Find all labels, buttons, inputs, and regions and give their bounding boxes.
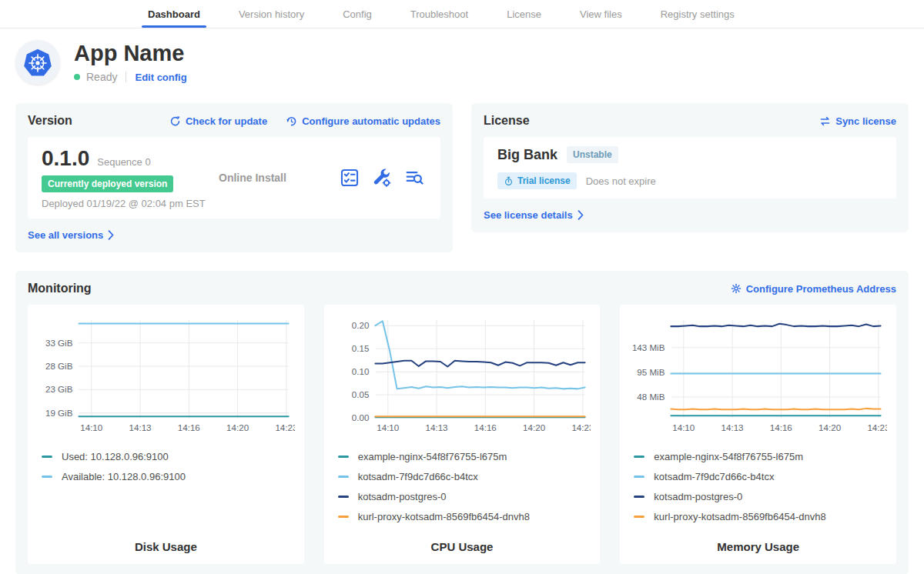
license-panel: Big Bank Unstable Trial license Does not… bbox=[484, 137, 896, 199]
legend-label: kotsadm-7f9dc7d66c-b4tcx bbox=[358, 471, 478, 482]
top-nav: Dashboard Version history Config Trouble… bbox=[0, 0, 924, 28]
check-for-update-label: Check for update bbox=[186, 115, 267, 127]
tab-view-files[interactable]: View files bbox=[580, 0, 622, 28]
configure-prometheus-link[interactable]: Configure Prometheus Address bbox=[731, 283, 896, 295]
svg-text:28 GiB: 28 GiB bbox=[45, 362, 73, 371]
sync-icon bbox=[819, 115, 831, 127]
svg-text:14:20: 14:20 bbox=[819, 423, 841, 432]
trial-license-label: Trial license bbox=[517, 175, 571, 186]
see-license-details-link[interactable]: See license details bbox=[484, 209, 584, 221]
schedule-update-icon bbox=[286, 115, 297, 127]
kubernetes-logo-icon bbox=[19, 44, 56, 81]
license-card: License Sync license Big Bank Unstable T… bbox=[471, 103, 909, 232]
svg-text:0.15: 0.15 bbox=[351, 344, 369, 353]
chevron-right-icon bbox=[108, 230, 114, 240]
deploy-logs-icon[interactable] bbox=[405, 169, 424, 187]
svg-text:0.10: 0.10 bbox=[351, 367, 369, 376]
chart-card-disk-usage: 14:1014:1314:1614:2014:2319 GiB23 GiB28 … bbox=[28, 305, 304, 564]
svg-text:23 GiB: 23 GiB bbox=[45, 385, 73, 394]
app-icon bbox=[15, 40, 60, 85]
svg-text:0.00: 0.00 bbox=[351, 413, 369, 422]
see-all-versions-label: See all versions bbox=[28, 229, 103, 241]
expiry-text: Does not expire bbox=[586, 175, 656, 187]
tab-config[interactable]: Config bbox=[343, 0, 372, 28]
chart-legend: Used: 10.128.0.96:9100Available: 10.128.… bbox=[42, 442, 295, 491]
deployed-timestamp: Deployed 01/19/22 @ 02:04 pm EST bbox=[42, 198, 219, 209]
configure-automatic-updates-link[interactable]: Configure automatic updates bbox=[286, 115, 440, 127]
status-dot bbox=[74, 74, 80, 80]
legend-item: kurl-proxy-kotsadm-8569fb6454-dnvh8 bbox=[634, 511, 887, 522]
version-card-title: Version bbox=[28, 114, 72, 128]
monitoring-card: Monitoring Configure Prometheus Address … bbox=[15, 271, 909, 574]
chart-legend: example-nginx-54f8f76755-l675mkotsadm-7f… bbox=[338, 442, 591, 531]
svg-text:14:13: 14:13 bbox=[425, 423, 447, 432]
legend-swatch bbox=[42, 476, 52, 478]
legend-item: Available: 10.128.0.96:9100 bbox=[42, 471, 295, 482]
app-status: Ready bbox=[86, 71, 117, 83]
preflight-checks-icon[interactable] bbox=[340, 169, 359, 187]
chart-title: Disk Usage bbox=[37, 531, 295, 553]
tab-dashboard[interactable]: Dashboard bbox=[148, 0, 200, 28]
config-wrench-icon[interactable] bbox=[373, 169, 391, 187]
disk-usage-chart: 14:1014:1314:1614:2014:2319 GiB23 GiB28 … bbox=[37, 314, 295, 436]
svg-text:14:13: 14:13 bbox=[721, 423, 744, 432]
legend-item: example-nginx-54f8f76755-l675m bbox=[338, 451, 591, 462]
tab-troubleshoot[interactable]: Troubleshoot bbox=[410, 0, 468, 28]
legend-swatch bbox=[338, 456, 349, 458]
cpu-usage-chart: 14:1014:1314:1614:2014:230.000.050.100.1… bbox=[333, 314, 591, 436]
tab-license[interactable]: License bbox=[507, 0, 541, 28]
chart-title: Memory Usage bbox=[629, 531, 887, 553]
svg-text:19 GiB: 19 GiB bbox=[45, 409, 73, 418]
svg-text:14:13: 14:13 bbox=[129, 423, 152, 432]
legend-swatch bbox=[634, 456, 644, 458]
legend-swatch bbox=[634, 496, 644, 498]
legend-swatch bbox=[338, 496, 349, 498]
page-title: App Name bbox=[74, 42, 187, 66]
stopwatch-icon bbox=[504, 176, 514, 186]
legend-label: kotsadm-postgres-0 bbox=[654, 491, 742, 502]
deployed-badge: Currently deployed version bbox=[42, 175, 173, 192]
svg-text:14:10: 14:10 bbox=[673, 423, 695, 432]
legend-item: Used: 10.128.0.96:9100 bbox=[42, 451, 295, 462]
memory-usage-chart: 14:1014:1314:1614:2014:2348 MiB95 MiB143… bbox=[629, 314, 887, 436]
sync-license-link[interactable]: Sync license bbox=[819, 115, 896, 127]
svg-text:0.05: 0.05 bbox=[351, 390, 369, 399]
legend-label: kotsadm-7f9dc7d66c-b4tcx bbox=[654, 471, 774, 482]
svg-text:0.20: 0.20 bbox=[351, 321, 369, 330]
svg-text:14:23: 14:23 bbox=[571, 423, 591, 432]
gear-icon bbox=[731, 283, 742, 294]
legend-item: kotsadm-postgres-0 bbox=[634, 491, 887, 502]
tab-version-history[interactable]: Version history bbox=[239, 0, 304, 28]
refresh-icon bbox=[169, 115, 181, 127]
chart-title: CPU Usage bbox=[333, 531, 591, 553]
svg-text:48 MiB: 48 MiB bbox=[638, 392, 665, 402]
legend-swatch bbox=[634, 516, 644, 518]
legend-label: example-nginx-54f8f76755-l675m bbox=[654, 451, 803, 462]
check-for-update-link[interactable]: Check for update bbox=[169, 115, 267, 127]
version-card: Version Check for update Configure au bbox=[15, 103, 453, 252]
svg-text:14:16: 14:16 bbox=[474, 423, 497, 432]
install-type-label: Online Install bbox=[219, 172, 340, 184]
version-number: 0.1.0 bbox=[42, 146, 89, 171]
see-all-versions-link[interactable]: See all versions bbox=[28, 229, 114, 241]
svg-text:14:20: 14:20 bbox=[226, 423, 249, 432]
legend-item: kotsadm-7f9dc7d66c-b4tcx bbox=[338, 471, 591, 482]
chart-card-cpu-usage: 14:1014:1314:1614:2014:230.000.050.100.1… bbox=[324, 305, 601, 564]
legend-label: Used: 10.128.0.96:9100 bbox=[62, 451, 169, 462]
svg-text:14:16: 14:16 bbox=[770, 423, 792, 432]
tab-registry-settings[interactable]: Registry settings bbox=[661, 0, 735, 28]
legend-swatch bbox=[42, 456, 52, 458]
edit-config-link[interactable]: Edit config bbox=[135, 72, 186, 83]
svg-text:14:16: 14:16 bbox=[178, 423, 200, 432]
see-license-details-label: See license details bbox=[484, 209, 573, 221]
svg-text:143 MiB: 143 MiB bbox=[632, 343, 665, 352]
svg-text:14:23: 14:23 bbox=[868, 423, 887, 432]
sequence-label: Sequence 0 bbox=[97, 156, 150, 168]
monitoring-title: Monitoring bbox=[28, 282, 92, 295]
customer-name: Big Bank bbox=[497, 147, 557, 163]
legend-item: kotsadm-postgres-0 bbox=[338, 491, 591, 502]
chart-card-memory-usage: 14:1014:1314:1614:2014:2348 MiB95 MiB143… bbox=[620, 305, 896, 564]
current-version-panel: 0.1.0 Sequence 0 Currently deployed vers… bbox=[28, 137, 440, 219]
configure-prometheus-label: Configure Prometheus Address bbox=[746, 283, 896, 295]
svg-text:14:23: 14:23 bbox=[275, 423, 294, 432]
